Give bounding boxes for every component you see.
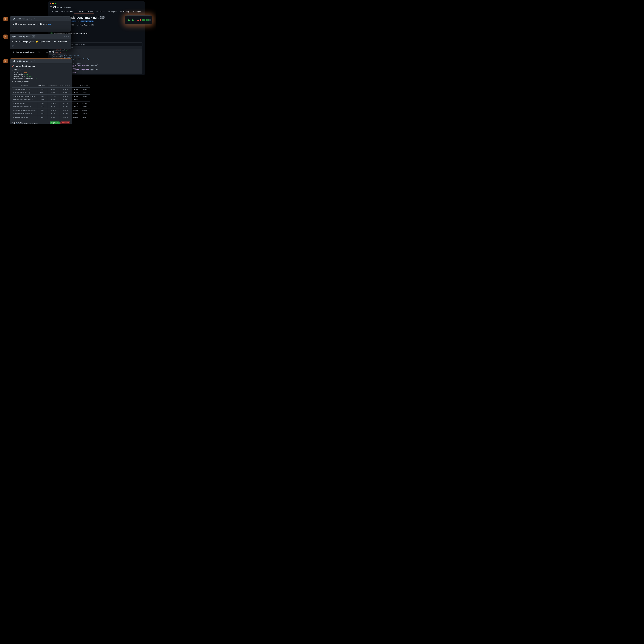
table-row: pkg/service/utgenv2/gen.go14950.00%93.00… — [12, 88, 90, 91]
table-header[interactable]: Total Covera.. — [79, 84, 90, 88]
metrics-heading: 2. File Coverage Metrics: — [12, 81, 70, 83]
comment-menu-icon[interactable]: ● ● ● — [65, 60, 70, 62]
table-row: cmd/enterprise/main.go2943.66%99.28%+95.… — [12, 115, 90, 119]
table-row: cmd/tools/cli/provider/service.go33048.8… — [12, 98, 90, 101]
maximize-dot[interactable] — [55, 3, 56, 4]
gh-header: keploy / enterprise — [48, 6, 145, 10]
close-dot[interactable] — [50, 3, 51, 4]
diff-bars — [142, 19, 151, 21]
svg-point-2 — [76, 11, 76, 11]
timeline-commit-marker: Add generated tests by Keploy for PR #1 — [12, 51, 54, 53]
table-row: cmd/tools/cli/provider/cmd.go38296.97%97… — [12, 105, 90, 108]
tab-actions[interactable]: Actions — [95, 10, 106, 14]
bot-message: Hi! 🐰 to generate tests for this PR, cli… — [12, 23, 69, 25]
bot-comment-card-2: keploy-unit-testing-agent bot ● ● ● Your… — [10, 34, 71, 49]
github-logo-icon — [53, 6, 56, 9]
tab-code[interactable]: Code — [49, 10, 59, 14]
table-header[interactable]: File Name — [12, 84, 37, 88]
keploy-avatar — [3, 17, 8, 21]
minimize-dot[interactable] — [52, 3, 54, 4]
table-header[interactable]: Curr. Coverage — [59, 84, 71, 88]
tree-file-cmd[interactable]: 🗎cmd_test.go+ — [49, 53, 66, 55]
add-reaction-button[interactable]: ☺ — [12, 45, 14, 48]
bot-comment-header: keploy-unit-testing-agent bot ● ● ● — [10, 59, 72, 63]
tab-security[interactable]: Security — [119, 10, 130, 14]
commit-details-link[interactable]: here — [15, 123, 18, 124]
bot-message: Your tests are in progress…⚡ Keploy will… — [12, 40, 69, 43]
summary-title: 🚀 Keploy Test Summary — [12, 65, 70, 67]
more-details-row: 🗎 More Details: Click here to view the f… — [10, 120, 72, 124]
base-branch-label[interactable]: main — [71, 20, 76, 22]
comment-menu-icon[interactable]: ● ● ● — [64, 18, 69, 20]
table-header[interactable]: LOC Missed — [37, 84, 47, 88]
keploy-avatar — [3, 35, 8, 39]
bot-comment-header: keploy-unit-testing-agent bot ● ● ● — [10, 16, 71, 21]
table-row: cmd/tools/main.go1533410.97%92.49%+81.52… — [12, 101, 90, 105]
bot-comment-footer: ☺ — [10, 27, 71, 32]
keploy-avatar — [3, 59, 8, 63]
comment-menu-icon[interactable]: ● ● ● — [64, 36, 69, 37]
table-header[interactable] — [71, 84, 79, 88]
tree-file-service[interactable]: 🗎service_test.go+ — [49, 55, 66, 57]
diff-stats-box: +3,488 -623 — [125, 15, 152, 24]
tab-issues[interactable]: Issues 68 — [60, 10, 74, 14]
subtab-files-changed[interactable]: Files Changed 25 — [77, 24, 94, 26]
svg-point-4 — [77, 12, 77, 12]
bot-name: keploy-unit-testing-agent — [12, 36, 30, 37]
bot-comment-footer: ☺ — [10, 44, 71, 49]
breadcrumb[interactable]: keploy / enterprise — [57, 6, 71, 8]
menu-icon[interactable] — [50, 6, 52, 8]
overview-list: • Initial Coverage: 0.00% • Final Covera… — [12, 72, 70, 79]
svg-point-1 — [62, 11, 62, 12]
overview-heading: 1. PR Overview: — [12, 69, 70, 71]
table-row: pkg/service/utgenv2/prompt.go93499.87%95… — [12, 112, 90, 115]
bot-comment-header: keploy-unit-testing-agent bot ● ● ● — [10, 34, 71, 39]
table-row: pkg/service/utgenv2/assets/config.go3421… — [12, 108, 90, 112]
repo-tabs: Code Issues 68 Pull Requests 19 Actions … — [48, 10, 145, 14]
bot-badge: bot — [31, 60, 36, 62]
add-reaction-button[interactable]: ☺ — [12, 28, 14, 30]
generate-tests-link[interactable]: here — [47, 23, 51, 25]
bot-name: keploy-unit-testing-agent — [12, 60, 30, 62]
rejected-button[interactable]: ✕ Rejected — [60, 121, 70, 124]
bot-badge: bot — [31, 18, 36, 20]
bot-summary-card: keploy-unit-testing-agent bot ● ● ● 🚀 Ke… — [10, 58, 72, 124]
tab-projects[interactable]: Projects — [107, 10, 118, 14]
head-branch-label[interactable]: test/benchmark — [81, 20, 94, 22]
tab-insights[interactable]: Insights — [131, 10, 142, 14]
commit-message: Add generated tests by Keploy for PR #1 — [16, 51, 54, 53]
lines-added: +3,488 — [126, 19, 134, 21]
lines-deleted: -623 — [135, 19, 141, 21]
coverage-table: File NameLOC MissedInitial CoverageCurr.… — [12, 84, 90, 119]
table-header[interactable]: Initial Coverage — [47, 84, 59, 88]
svg-point-3 — [76, 12, 76, 12]
bot-comment-card-1: keploy-unit-testing-agent bot ● ● ● Hi! … — [10, 16, 71, 32]
table-row: cmd/enterprise/cli/provider/cmd.go29311.… — [12, 95, 90, 98]
timeline-segment — [13, 54, 13, 59]
approved-button[interactable]: ✓ Approved — [50, 121, 60, 124]
bot-badge: bot — [31, 35, 36, 37]
table-row: pkg/service/utgenv2/utils.go840343.00%93… — [12, 91, 90, 95]
commit-icon — [12, 51, 14, 53]
bot-name: keploy-unit-testing-agent — [12, 18, 30, 20]
window-controls — [48, 1, 145, 6]
tab-pull-requests[interactable]: Pull Requests 19 — [74, 10, 94, 14]
